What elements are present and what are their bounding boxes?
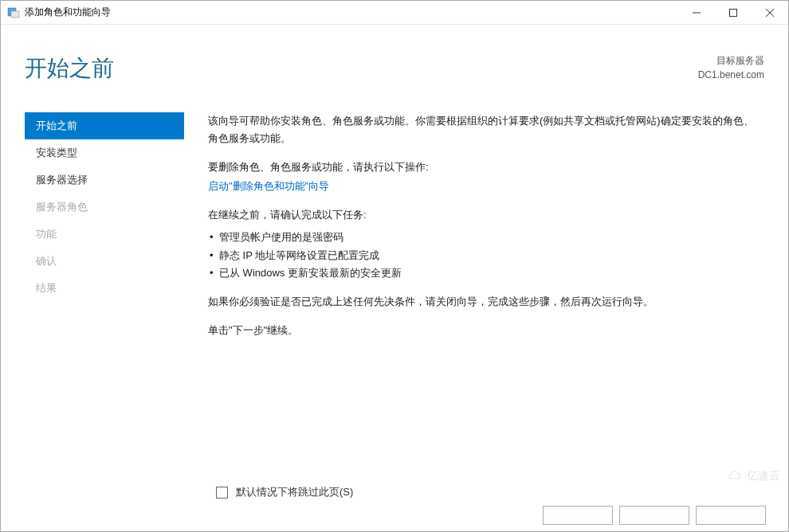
content-area: 开始之前 安装类型 服务器选择 服务器角色 功能 确认 结果 该向导可帮助你安装…: [1, 112, 788, 350]
remove-instruction: 要删除角色、角色服务或功能，请执行以下操作:: [208, 158, 756, 176]
header: 开始之前 目标服务器 DC1.benet.com: [1, 25, 788, 112]
window-title: 添加角色和功能向导: [25, 6, 678, 19]
title-bar: 添加角色和功能向导: [1, 1, 788, 25]
skip-label: 默认情况下将跳过此页(S): [236, 485, 353, 499]
maximize-button[interactable]: [715, 1, 752, 24]
button-row: [543, 506, 766, 525]
window: 添加角色和功能向导 开始之前 目标服务器 DC1.benet.com 开始之前 …: [0, 0, 789, 532]
nav-item-features: 功能: [25, 221, 184, 248]
nav-item-server-selection[interactable]: 服务器选择: [25, 166, 184, 194]
nav-item-install-type[interactable]: 安装类型: [25, 139, 184, 166]
nav-item-server-roles: 服务器角色: [25, 194, 184, 221]
close-button[interactable]: [752, 1, 788, 24]
task-list: 管理员帐户使用的是强密码 静态 IP 地址等网络设置已配置完成 已从 Windo…: [208, 229, 756, 281]
nav-item-results: 结果: [25, 275, 184, 302]
server-info: 目标服务器 DC1.benet.com: [698, 53, 764, 82]
skip-row: 默认情况下将跳过此页(S): [216, 485, 353, 499]
app-icon: [7, 6, 20, 19]
nav-item-confirm: 确认: [25, 248, 184, 275]
verify-note: 如果你必须验证是否已完成上述任何先决条件，请关闭向导，完成这些步骤，然后再次运行…: [208, 293, 756, 311]
button[interactable]: [696, 506, 766, 525]
window-controls: [678, 1, 788, 24]
remove-roles-link[interactable]: 启动"删除角色和功能"向导: [208, 178, 756, 195]
minimize-button[interactable]: [678, 1, 715, 24]
button[interactable]: [619, 506, 689, 525]
nav-sidebar: 开始之前 安装类型 服务器选择 服务器角色 功能 确认 结果: [25, 112, 184, 350]
button[interactable]: [543, 506, 613, 525]
task-item: 管理员帐户使用的是强密码: [208, 229, 756, 246]
watermark-text: 亿速云: [747, 469, 780, 483]
server-label: 目标服务器: [698, 53, 764, 68]
main-content: 该向导可帮助你安装角色、角色服务或功能。你需要根据组织的计算要求(例如共享文档或…: [184, 112, 764, 350]
svg-rect-3: [730, 9, 737, 16]
skip-checkbox[interactable]: [216, 487, 228, 499]
prereq-intro: 在继续之前，请确认完成以下任务:: [208, 206, 756, 224]
server-name: DC1.benet.com: [698, 68, 764, 82]
continue-note: 单击"下一步"继续。: [208, 322, 756, 339]
page-title: 开始之前: [25, 53, 114, 84]
task-item: 静态 IP 地址等网络设置已配置完成: [208, 247, 756, 264]
svg-rect-1: [11, 11, 19, 18]
task-item: 已从 Windows 更新安装最新的安全更新: [208, 264, 756, 282]
nav-item-before-begin[interactable]: 开始之前: [25, 112, 184, 139]
cloud-icon: [728, 470, 744, 483]
watermark: 亿速云: [728, 469, 780, 483]
intro-text: 该向导可帮助你安装角色、角色服务或功能。你需要根据组织的计算要求(例如共享文档或…: [208, 112, 756, 147]
